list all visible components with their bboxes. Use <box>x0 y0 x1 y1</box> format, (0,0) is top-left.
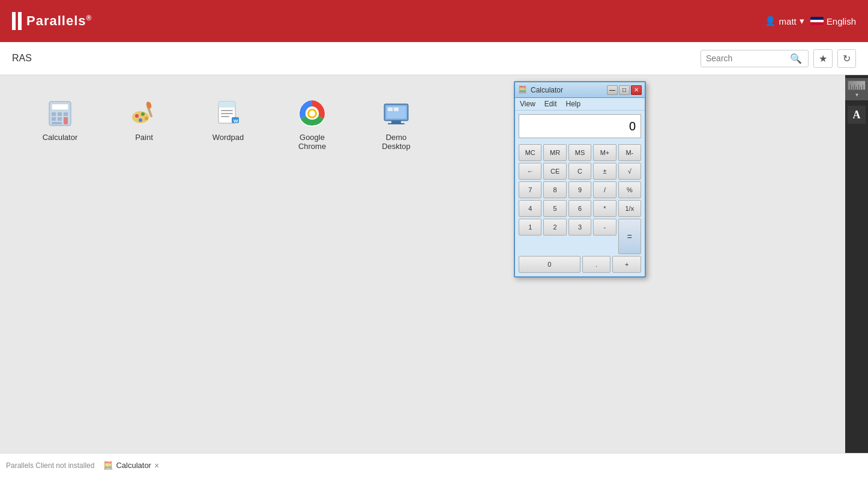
logo-bar-1 <box>12 12 16 30</box>
taskbar-calculator-item[interactable]: 🧮 Calculator × <box>103 461 159 470</box>
svg-point-26 <box>309 111 315 117</box>
sub-header-actions: 🔍 ★ ↻ <box>701 49 856 68</box>
btn-9[interactable]: 9 <box>568 181 591 198</box>
svg-rect-17 <box>219 102 235 108</box>
btn-2[interactable]: 2 <box>543 219 566 235</box>
app-icon-demo-desktop[interactable]: Demo Desktop <box>372 99 420 151</box>
btn-plus[interactable]: + <box>612 256 641 273</box>
btn-mr[interactable]: MR <box>543 144 566 161</box>
svg-point-13 <box>145 117 148 120</box>
btn-plusminus[interactable]: ± <box>593 163 616 180</box>
btn-backspace[interactable]: ← <box>519 163 541 180</box>
header-right: 👤 matt ▾ English <box>765 16 856 26</box>
app-icon-calculator[interactable]: Calculator <box>36 99 84 151</box>
calc-row-3: 7 8 9 / % <box>519 181 641 198</box>
app-label-wordpad: Wordpad <box>212 133 244 142</box>
side-panel: ▾ A <box>845 75 868 453</box>
side-panel-top: ▾ <box>845 78 868 100</box>
btn-0[interactable]: 0 <box>519 256 580 273</box>
taskbar-calc-icon: 🧮 <box>103 461 113 470</box>
btn-sqrt[interactable]: √ <box>618 163 641 180</box>
svg-point-12 <box>139 118 142 122</box>
google-chrome-icon <box>298 99 327 128</box>
language-selector[interactable]: English <box>810 16 856 26</box>
btn-multiply[interactable]: * <box>593 200 616 217</box>
btn-8[interactable]: 8 <box>543 181 566 198</box>
sub-header: RAS 🔍 ★ ↻ <box>0 42 868 75</box>
menu-view[interactable]: View <box>520 100 535 108</box>
logo-bars <box>12 12 22 30</box>
btn-divide[interactable]: / <box>593 181 616 198</box>
btn-mminus[interactable]: M- <box>618 144 641 161</box>
svg-rect-33 <box>394 108 399 111</box>
search-box[interactable]: 🔍 <box>701 50 809 67</box>
calc-window-buttons: — □ ✕ <box>607 85 642 95</box>
refresh-button[interactable]: ↻ <box>837 49 856 68</box>
minimize-button[interactable]: — <box>607 85 618 95</box>
svg-rect-2 <box>52 112 56 116</box>
btn-4[interactable]: 4 <box>519 200 541 217</box>
svg-point-10 <box>135 114 139 118</box>
taskbar-close-button[interactable]: × <box>154 461 159 470</box>
app-icon-wordpad[interactable]: W Wordpad <box>204 99 252 151</box>
calc-row-2: ← CE C ± √ <box>519 163 641 180</box>
calc-title-text: Calculator <box>531 86 563 94</box>
search-button[interactable]: 🔍 <box>790 53 802 64</box>
svg-point-15 <box>145 101 152 109</box>
taskbar-calc-label: Calculator <box>116 461 151 470</box>
btn-3[interactable]: 3 <box>568 219 591 235</box>
maximize-button[interactable]: □ <box>619 85 630 95</box>
breadcrumb: RAS <box>12 53 32 64</box>
username: matt <box>779 16 797 26</box>
logo-text: Parallels® <box>26 13 92 29</box>
close-button[interactable]: ✕ <box>631 85 642 95</box>
btn-1[interactable]: 1 <box>519 219 541 235</box>
btn-mplus[interactable]: M+ <box>593 144 616 161</box>
svg-rect-3 <box>58 112 62 116</box>
logo: Parallels® <box>12 12 92 30</box>
user-icon: 👤 <box>765 16 776 26</box>
btn-6[interactable]: 6 <box>568 200 591 217</box>
btn-5[interactable]: 5 <box>543 200 566 217</box>
btn-percent[interactable]: % <box>618 181 641 198</box>
menu-edit[interactable]: Edit <box>544 100 557 108</box>
btn-mc[interactable]: MC <box>519 144 541 161</box>
language-label: English <box>827 16 856 26</box>
btn-equals[interactable]: = <box>618 219 641 254</box>
calc-buttons: MC MR MS M+ M- ← CE C ± √ 7 8 9 / % <box>515 142 645 276</box>
side-panel-letter[interactable]: A <box>848 106 866 124</box>
search-input[interactable] <box>706 53 790 63</box>
btn-c[interactable]: C <box>568 163 591 180</box>
btn-7[interactable]: 7 <box>519 181 541 198</box>
app-icon-paint[interactable]: Paint <box>120 99 168 151</box>
app-icon-google-chrome[interactable]: Google Chrome <box>288 99 336 151</box>
calc-title-left: 🧮 Calculator <box>518 85 563 95</box>
svg-rect-1 <box>52 104 68 110</box>
svg-rect-30 <box>388 123 405 124</box>
calc-row-4: 4 5 6 * 1/x <box>519 200 641 217</box>
favorites-button[interactable]: ★ <box>813 49 833 68</box>
calc-display-value: 0 <box>629 120 636 133</box>
svg-text:W: W <box>234 118 238 124</box>
logo-bar-2 <box>18 12 22 30</box>
main-area: Calculator Paint <box>0 75 868 453</box>
app-label-google-chrome: Google Chrome <box>288 133 336 151</box>
menu-help[interactable]: Help <box>565 100 580 108</box>
svg-rect-7 <box>64 117 68 124</box>
app-label-calculator: Calculator <box>43 133 78 142</box>
user-menu[interactable]: 👤 matt ▾ <box>765 16 804 26</box>
btn-minus[interactable]: - <box>593 219 616 235</box>
svg-rect-6 <box>58 117 62 121</box>
dropdown-icon: ▾ <box>800 16 804 26</box>
svg-rect-18 <box>221 110 233 111</box>
btn-reciprocal[interactable]: 1/x <box>618 200 641 217</box>
demo-desktop-icon <box>382 99 411 128</box>
paint-icon <box>130 99 158 128</box>
btn-ce[interactable]: CE <box>543 163 566 180</box>
taskbar: Parallels Client not installed 🧮 Calcula… <box>0 453 868 477</box>
svg-rect-4 <box>64 112 68 116</box>
app-icons-row: Calculator Paint <box>12 87 856 163</box>
svg-rect-20 <box>221 116 229 117</box>
btn-decimal[interactable]: . <box>582 256 611 273</box>
btn-ms[interactable]: MS <box>568 144 591 161</box>
